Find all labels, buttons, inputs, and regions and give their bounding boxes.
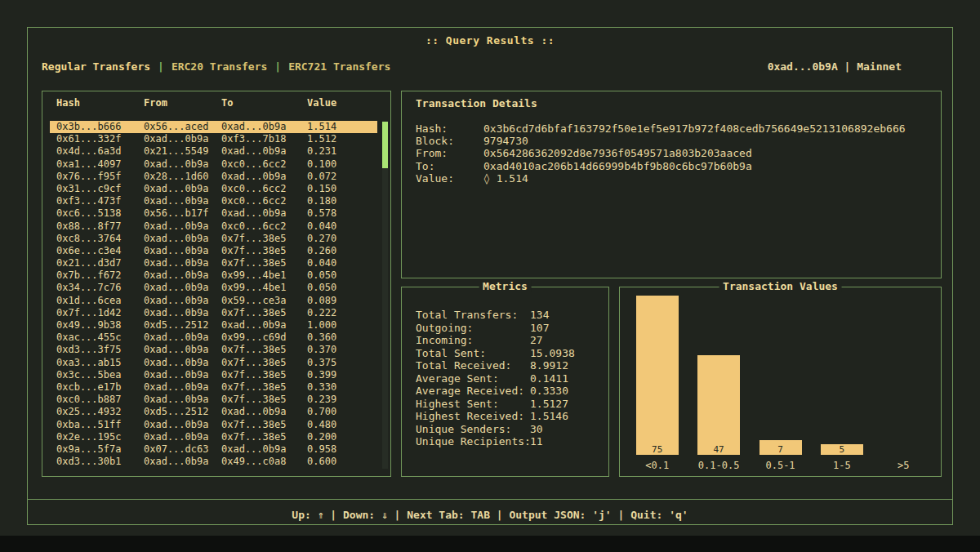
table-cell: 0x7f...38e5 xyxy=(221,369,307,381)
table-cell: 0xd5...2512 xyxy=(144,319,221,332)
table-cell: 0x56...b17f xyxy=(144,207,221,220)
table-cell: 0.360 xyxy=(307,332,377,344)
table-row[interactable]: 0xf3...473f0xad...0b9a0xc0...6cc20.180 xyxy=(50,195,377,207)
bar-chart: 754775 xyxy=(626,296,934,455)
table-row[interactable]: 0x3c...5bea0xad...0b9a0x7f...38e50.399 xyxy=(50,369,377,381)
chart-panel: Transaction Values 754775 <0.10.1-0.50.5… xyxy=(619,287,942,477)
table-row[interactable]: 0x7f...1d420xad...0b9a0x7f...38e50.222 xyxy=(50,307,377,319)
table-row[interactable]: 0xa1...40970xad...0b9a0xc0...6cc20.100 xyxy=(50,158,377,171)
table-cell: 1.512 xyxy=(307,133,377,145)
tab-erc721-transfers[interactable]: ERC721 Transfers xyxy=(288,60,390,73)
table-cell: 0x6e...c3e4 xyxy=(56,245,144,257)
table-cell: 0.180 xyxy=(307,195,377,207)
table-row[interactable]: 0x34...7c760xad...0b9a0x99...4be10.050 xyxy=(50,282,377,294)
table-cell: 0xad...0b9a xyxy=(144,245,221,257)
table-cell: 0.072 xyxy=(307,171,377,183)
table-row[interactable]: 0x25...49320xd5...25120xad...0b9a0.700 xyxy=(50,406,377,418)
table-cell: 0xad...0b9a xyxy=(144,344,221,356)
table-cell: 0x7f...38e5 xyxy=(221,245,307,257)
table-cell: 0xad...0b9a xyxy=(144,158,221,171)
table-row[interactable]: 0xd3...30b10xad...0b9a0x49...c0a80.600 xyxy=(50,456,377,468)
table-row[interactable]: 0xc8...37640xad...0b9a0x7f...38e50.270 xyxy=(50,233,377,245)
table-row[interactable]: 0x76...f95f0x28...1d600xad...0b9a0.072 xyxy=(50,171,377,183)
table-row[interactable]: 0x3b...b6660x56...aced0xad...0b9a1.514 xyxy=(50,121,377,133)
table-row[interactable]: 0x7b...f6720xad...0b9a0x99...4be10.050 xyxy=(50,269,377,282)
table-header: HashFromToValue xyxy=(56,97,377,109)
table-cell: 0.239 xyxy=(307,394,377,406)
footer-divider xyxy=(28,499,952,500)
table-row[interactable]: 0x2e...195c0xad...0b9a0x7f...38e50.200 xyxy=(50,431,377,443)
table-cell: 0xc0...6cc2 xyxy=(221,183,307,195)
table-row[interactable]: 0xac...455c0xad...0b9a0x99...c69d0.360 xyxy=(50,332,377,344)
table-cell: 0.150 xyxy=(307,183,377,195)
metric-label: Total Transfers: xyxy=(416,309,530,322)
table-cell: 0xc6...5138 xyxy=(56,207,144,220)
metric-label: Unique Recipients: xyxy=(416,435,530,448)
table-cell: 0.375 xyxy=(307,357,377,369)
table-cell: 0x76...f95f xyxy=(56,171,144,183)
table-row[interactable]: 0x49...9b380xd5...25120xad...0b9a1.000 xyxy=(50,319,377,332)
table-cell: 1.000 xyxy=(307,319,377,332)
table-cell: 0xad...0b9a xyxy=(144,394,221,406)
detail-field: Value:◊ 1.514 xyxy=(416,172,941,185)
table-cell: 0.600 xyxy=(307,456,377,468)
table-cell: 0.040 xyxy=(307,257,377,269)
table-row[interactable]: 0xc6...51380x56...b17f0xad...0b9a0.578 xyxy=(50,207,377,220)
table-row[interactable]: 0x88...8f770xad...0b9a0xc0...6cc20.040 xyxy=(50,220,377,233)
table-cell: 0xad...0b9a xyxy=(144,357,221,369)
tab-erc20-transfers[interactable]: ERC20 Transfers xyxy=(172,60,267,73)
account-info: 0xad...0b9A | Mainnet xyxy=(768,60,938,73)
table-cell: 0xad...0b9a xyxy=(144,332,221,344)
table-cell: 0.050 xyxy=(307,269,377,282)
chart-title: Transaction Values xyxy=(719,280,842,292)
table-row[interactable]: 0x31...c9cf0xad...0b9a0xc0...6cc20.150 xyxy=(50,183,377,195)
table-cell: 0x61...332f xyxy=(56,133,144,145)
table-cell: 0xc0...6cc2 xyxy=(221,195,307,207)
metric-row: Average Received:0.3330 xyxy=(416,385,608,398)
table-row[interactable]: 0xcb...e17b0xad...0b9a0x7f...38e50.330 xyxy=(50,381,377,394)
tab-separator: | xyxy=(274,60,281,73)
metric-row: Incoming:27 xyxy=(416,334,608,347)
table-cell: 0xad...0b9a xyxy=(221,171,307,183)
table-cell: 0.480 xyxy=(307,419,377,431)
table-cell: 0x1d...6cea xyxy=(56,295,144,307)
metric-row: Highest Sent:1.5127 xyxy=(416,398,608,411)
metric-label: Incoming: xyxy=(416,334,530,347)
table-cell: 0xad...0b9a xyxy=(144,307,221,319)
table-row[interactable]: 0xc0...b8870xad...0b9a0x7f...38e50.239 xyxy=(50,394,377,406)
scrollbar-thumb[interactable] xyxy=(382,122,388,168)
table-cell: 0xad...0b9a xyxy=(221,406,307,418)
transfers-table-panel: HashFromToValue 0x3b...b6660x56...aced0x… xyxy=(42,91,391,477)
table-row[interactable]: 0x9a...5f7a0x07...dc630xad...0b9a0.958 xyxy=(50,443,377,456)
table-cell: 0.200 xyxy=(307,431,377,443)
metric-row: Total Received:8.9912 xyxy=(416,359,608,372)
table-cell: 0x99...4be1 xyxy=(221,282,307,294)
table-cell: 0x9a...5f7a xyxy=(56,443,144,456)
metric-row: Highest Received:1.5146 xyxy=(416,410,608,423)
table-row[interactable]: 0xd3...3f750xad...0b9a0x7f...38e50.370 xyxy=(50,344,377,356)
column-header-to: To xyxy=(221,97,307,109)
desktop-edge xyxy=(0,536,980,552)
table-row[interactable]: 0x6e...c3e40xad...0b9a0x7f...38e50.260 xyxy=(50,245,377,257)
table-cell: 0x2e...195c xyxy=(56,431,144,443)
table-cell: 0x3c...5bea xyxy=(56,369,144,381)
table-row[interactable]: 0xba...51ff0xad...0b9a0x7f...38e50.480 xyxy=(50,419,377,431)
metric-label: Unique Senders: xyxy=(416,423,530,436)
chart-bar-slot: 47 xyxy=(688,296,749,455)
metrics-panel: Metrics Total Transfers:134Outgoing:107I… xyxy=(401,287,609,477)
table-row[interactable]: 0x1d...6cea0xad...0b9a0x59...ce3a0.089 xyxy=(50,295,377,307)
metric-label: Highest Received: xyxy=(416,410,530,423)
chart-bar: 47 xyxy=(697,355,740,455)
table-row[interactable]: 0xa3...ab150xad...0b9a0x7f...38e50.375 xyxy=(50,357,377,369)
table-cell: 0xc0...6cc2 xyxy=(221,158,307,171)
table-row[interactable]: 0x4d...6a3d0x21...55490xad...0b9a0.231 xyxy=(50,145,377,158)
detail-label: Hash: xyxy=(416,122,483,135)
table-cell: 0x4d...6a3d xyxy=(56,145,144,158)
tab-regular-transfers[interactable]: Regular Transfers xyxy=(42,60,150,73)
column-header-hash: Hash xyxy=(56,97,144,109)
table-row[interactable]: 0x61...332f0xad...0b9a0xf3...7b181.512 xyxy=(50,133,377,145)
metric-label: Total Received: xyxy=(416,359,530,372)
table-scrollbar[interactable] xyxy=(382,121,388,469)
table-row[interactable]: 0x21...d3d70xad...0b9a0x7f...38e50.040 xyxy=(50,257,377,269)
table-cell: 0xad...0b9a xyxy=(144,295,221,307)
